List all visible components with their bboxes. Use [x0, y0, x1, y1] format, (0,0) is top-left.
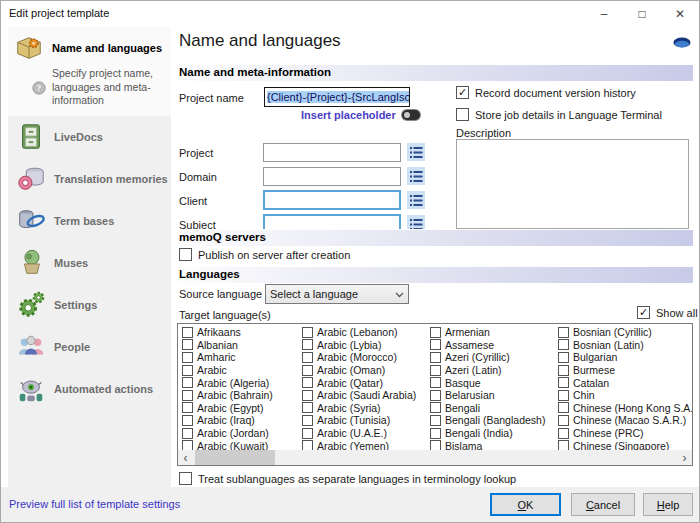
show-all-checkbox[interactable]: Show all: [637, 306, 698, 319]
description-textarea[interactable]: [456, 139, 689, 229]
preview-template-settings-link[interactable]: Preview full list of template settings: [9, 498, 180, 510]
insert-placeholder-link[interactable]: Insert placeholder: [301, 109, 420, 121]
language-option[interactable]: Bosnian (Latin): [558, 339, 692, 352]
checkbox-icon[interactable]: [182, 415, 193, 426]
language-option[interactable]: Bengali: [430, 402, 558, 415]
checkbox-icon[interactable]: [430, 402, 441, 413]
checkbox-icon[interactable]: [182, 428, 193, 439]
language-option[interactable]: Arabic (U.A.E.): [302, 427, 430, 440]
language-option[interactable]: Catalan: [558, 376, 692, 389]
cancel-button[interactable]: Cancel: [571, 493, 635, 516]
scroll-right-icon[interactable]: ›: [677, 450, 692, 465]
language-option[interactable]: Arabic (Egypt): [182, 402, 302, 415]
checkbox-icon[interactable]: [456, 86, 469, 99]
checkbox-icon[interactable]: [302, 327, 313, 338]
checkbox-icon[interactable]: [179, 472, 192, 485]
checkbox-icon[interactable]: [558, 415, 569, 426]
checkbox-icon[interactable]: [430, 428, 441, 439]
project-name-input[interactable]: {Client}-{Project}-{SrcLangIso2}-{TrgL: [264, 87, 410, 107]
checkbox-icon[interactable]: [430, 390, 441, 401]
project-pick-list-button[interactable]: [407, 143, 425, 161]
language-option[interactable]: Assamese: [430, 339, 558, 352]
language-option[interactable]: Bulgarian: [558, 351, 692, 364]
language-option[interactable]: Chinese (Hong Kong S.A.R.): [558, 402, 692, 415]
ok-button[interactable]: OK: [490, 493, 561, 516]
checkbox-icon[interactable]: [430, 415, 441, 426]
treat-sublanguages-checkbox[interactable]: Treat sublanguages as separate languages…: [179, 472, 516, 485]
publish-on-server-checkbox[interactable]: Publish on server after creation: [179, 248, 350, 261]
checkbox-icon[interactable]: [558, 402, 569, 413]
checkbox-icon[interactable]: [430, 377, 441, 388]
domain-field-input[interactable]: [263, 167, 401, 186]
sidebar-item-settings[interactable]: Settings: [8, 284, 171, 326]
language-option[interactable]: Bengali (Bangladesh): [430, 414, 558, 427]
help-button[interactable]: Help: [643, 493, 693, 516]
maximize-icon[interactable]: □: [623, 1, 661, 27]
language-option[interactable]: Azeri (Cyrillic): [430, 351, 558, 364]
record-version-history-checkbox[interactable]: Record document version history: [456, 86, 636, 99]
checkbox-icon[interactable]: [182, 327, 193, 338]
checkbox-icon[interactable]: [182, 352, 193, 363]
language-option[interactable]: Arabic (Iraq): [182, 414, 302, 427]
horizontal-scrollbar[interactable]: ‹ ›: [178, 450, 692, 465]
sidebar-item-automated-actions[interactable]: Automated actions: [8, 368, 171, 410]
language-option[interactable]: Chinese (PRC): [558, 427, 692, 440]
checkbox-icon[interactable]: [302, 415, 313, 426]
checkbox-icon[interactable]: [558, 377, 569, 388]
project-field-input[interactable]: [263, 143, 401, 162]
language-option[interactable]: Arabic (Jordan): [182, 427, 302, 440]
language-option[interactable]: Albanian: [182, 339, 302, 352]
client-field-input[interactable]: [263, 190, 401, 210]
checkbox-icon[interactable]: [302, 352, 313, 363]
language-option[interactable]: Burmese: [558, 364, 692, 377]
minimize-icon[interactable]: –: [585, 1, 623, 27]
language-option[interactable]: Arabic (Lybia): [302, 339, 430, 352]
checkbox-icon[interactable]: [558, 352, 569, 363]
language-option[interactable]: Arabic (Algeria): [182, 376, 302, 389]
checkbox-icon[interactable]: [302, 377, 313, 388]
language-option[interactable]: Arabic (Lebanon): [302, 326, 430, 339]
checkbox-icon[interactable]: [558, 428, 569, 439]
checkbox-icon[interactable]: [182, 365, 193, 376]
checkbox-icon[interactable]: [182, 402, 193, 413]
checkbox-icon[interactable]: [182, 390, 193, 401]
sidebar-item-people[interactable]: People: [8, 326, 171, 368]
checkbox-icon[interactable]: [637, 306, 650, 319]
sidebar-item-translation-memories[interactable]: Translation memories: [8, 158, 171, 200]
sidebar-item-muses[interactable]: Muses: [8, 242, 171, 284]
checkbox-icon[interactable]: [430, 327, 441, 338]
store-job-details-checkbox[interactable]: Store job details in Language Terminal: [456, 108, 662, 121]
checkbox-icon[interactable]: [302, 428, 313, 439]
checkbox-icon[interactable]: [558, 327, 569, 338]
checkbox-icon[interactable]: [430, 339, 441, 350]
source-language-select[interactable]: Select a language: [265, 284, 409, 304]
sidebar-item-name-and-languages[interactable]: Name and languages ? Specify project nam…: [8, 27, 171, 116]
checkbox-icon[interactable]: [302, 339, 313, 350]
language-option[interactable]: Arabic (Bahrain): [182, 389, 302, 402]
checkbox-icon[interactable]: [456, 108, 469, 121]
scroll-left-icon[interactable]: ‹: [178, 450, 193, 465]
language-option[interactable]: Azeri (Latin): [430, 364, 558, 377]
checkbox-icon[interactable]: [302, 365, 313, 376]
language-option[interactable]: Chinese (Macao S.A.R.): [558, 414, 692, 427]
language-option[interactable]: Bengali (India): [430, 427, 558, 440]
sidebar-item-livedocs[interactable]: LiveDocs: [8, 116, 171, 158]
language-option[interactable]: Afrikaans: [182, 326, 302, 339]
scrollbar-thumb[interactable]: [195, 450, 275, 465]
checkbox-icon[interactable]: [558, 339, 569, 350]
language-option[interactable]: Arabic (Saudi Arabia): [302, 389, 430, 402]
language-option[interactable]: Bosnian (Cyrillic): [558, 326, 692, 339]
language-option[interactable]: Arabic (Morocco): [302, 351, 430, 364]
language-option[interactable]: Arabic (Oman): [302, 364, 430, 377]
language-option[interactable]: Arabic (Tunisia): [302, 414, 430, 427]
checkbox-icon[interactable]: [182, 339, 193, 350]
language-option[interactable]: Amharic: [182, 351, 302, 364]
language-option[interactable]: Basque: [430, 376, 558, 389]
domain-pick-list-button[interactable]: [407, 167, 425, 185]
language-option[interactable]: Arabic: [182, 364, 302, 377]
checkbox-icon[interactable]: [302, 402, 313, 413]
placeholder-toggle-icon[interactable]: [402, 110, 420, 120]
language-option[interactable]: Belarusian: [430, 389, 558, 402]
checkbox-icon[interactable]: [182, 377, 193, 388]
language-option[interactable]: Arabic (Syria): [302, 402, 430, 415]
